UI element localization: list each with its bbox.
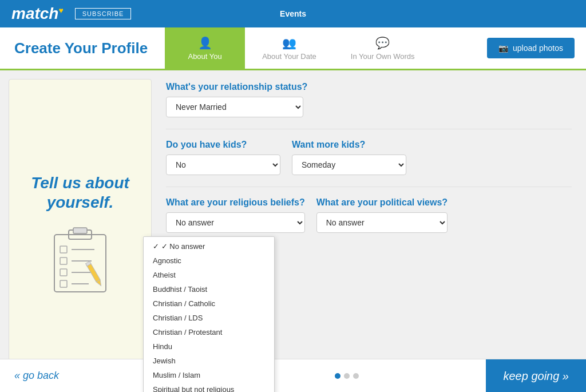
tab-about-you-label: About You [188, 52, 221, 61]
tab-about-your-date-label: About Your Date [262, 52, 316, 61]
tab-about-you[interactable]: 👤 About You [165, 27, 245, 69]
relationship-status-label: What's your relationship status? [166, 82, 572, 92]
kids-row: Do you have kids? No Yes Prefer not to s… [166, 140, 572, 175]
religion-select[interactable]: No answer [166, 212, 305, 233]
dropdown-item[interactable]: ✓ No answer [144, 239, 274, 254]
tab-in-your-own-words-label: In Your Own Words [351, 52, 415, 61]
svg-rect-5 [60, 258, 67, 264]
more-kids-select[interactable]: Someday No Yes Definitely [292, 155, 406, 175]
more-kids-group: Want more kids? Someday No Yes Definitel… [292, 140, 406, 175]
dropdown-item[interactable]: Buddhist / Taoist [144, 282, 274, 296]
svg-rect-3 [60, 246, 67, 253]
create-profile-label: Create Your Profile [6, 27, 165, 69]
speech-icon: 💬 [375, 36, 390, 50]
progress-dots [335, 373, 359, 379]
dropdown-item[interactable]: Atheist [144, 268, 274, 282]
dropdown-item[interactable]: Christian / LDS [144, 311, 274, 325]
tab-in-your-own-words[interactable]: 💬 In Your Own Words [334, 27, 432, 69]
progress-dot-3 [353, 373, 359, 379]
main-content: Tell us about yourself. [0, 70, 586, 392]
kids-label: Do you have kids? [166, 140, 280, 150]
dropdown-item[interactable]: Jewish [144, 354, 274, 368]
dropdown-item[interactable]: Christian / Protestant [144, 325, 274, 339]
svg-rect-7 [60, 269, 67, 276]
politics-group: What are your political views? No answer [316, 197, 448, 233]
divider-1 [166, 129, 572, 129]
politics-select[interactable]: No answer [316, 212, 448, 233]
tab-about-your-date[interactable]: 👥 About Your Date [245, 27, 334, 69]
header: match♥ SUBSCRIBE Events [0, 0, 586, 27]
person-icon: 👤 [198, 36, 212, 50]
religion-label: What are your religious beliefs? [166, 197, 305, 208]
tab-bar: Create Your Profile 👤 About You 👥 About … [0, 27, 586, 70]
subscribe-button[interactable]: SUBSCRIBE [75, 8, 132, 19]
relationship-status-select[interactable]: Never Married Separated Divorced Widowed [166, 97, 303, 117]
kids-group: Do you have kids? No Yes Prefer not to s… [166, 140, 280, 175]
camera-icon: 📷 [498, 43, 508, 53]
svg-rect-9 [60, 280, 67, 287]
progress-dot-1 [335, 373, 340, 379]
left-panel: Tell us about yourself. [9, 79, 152, 392]
religion-dropdown[interactable]: ✓ No answer Agnostic Atheist Buddhist / … [143, 236, 275, 392]
people-icon: 👥 [282, 36, 296, 50]
go-back-button[interactable]: « go back [14, 370, 59, 382]
nav-events-link[interactable]: Events [280, 9, 306, 18]
relationship-status-section: What's your relationship status? Never M… [166, 82, 572, 117]
kids-select[interactable]: No Yes Prefer not to say [166, 155, 280, 175]
religion-group: What are your religious beliefs? No answ… [166, 197, 305, 233]
dropdown-item[interactable]: Spiritual but not religious [144, 382, 274, 392]
progress-dot-2 [344, 373, 350, 379]
tell-us-text: Tell us about yourself. [31, 173, 129, 212]
upload-photos-button[interactable]: 📷 upload photos [487, 38, 575, 58]
upload-photos-label: upload photos [513, 43, 563, 53]
dropdown-item[interactable]: Hindu [144, 339, 274, 354]
more-kids-label: Want more kids? [292, 140, 406, 150]
clipboard-illustration [46, 223, 114, 298]
logo-heart: ♥ [58, 6, 63, 15]
svg-rect-2 [73, 228, 87, 233]
keep-going-button[interactable]: keep going » [486, 359, 586, 393]
dropdown-item[interactable]: Agnostic [144, 254, 274, 268]
divider-2 [166, 187, 572, 187]
religion-politics-row: What are your religious beliefs? No answ… [166, 197, 572, 233]
politics-label: What are your political views? [316, 197, 448, 208]
logo: match♥ [11, 5, 64, 23]
dropdown-item[interactable]: Christian / Catholic [144, 296, 274, 311]
dropdown-item[interactable]: Muslim / Islam [144, 368, 274, 382]
footer: « go back keep going » [0, 359, 586, 392]
